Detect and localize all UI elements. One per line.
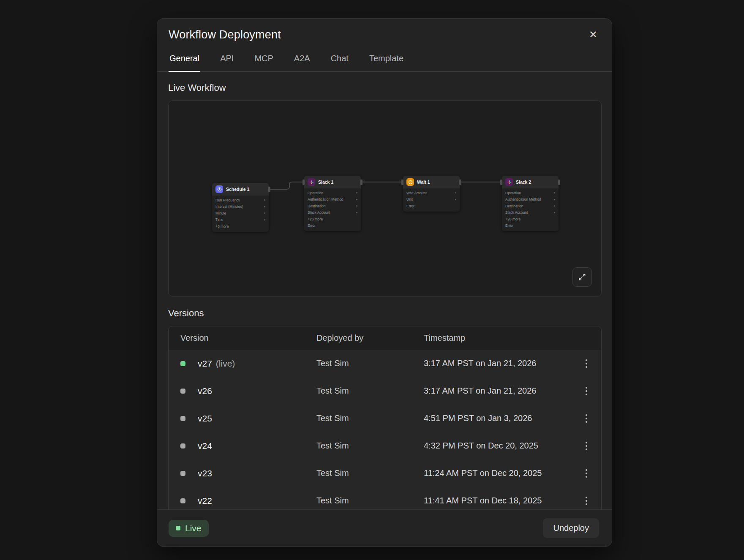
field-connector-dot bbox=[264, 212, 265, 214]
clock-icon bbox=[215, 185, 223, 193]
version-row-v22: v22 Test Sim 11:41 AM PST on Dec 18, 202… bbox=[169, 487, 601, 509]
version-label: v22 bbox=[198, 496, 212, 506]
workflow-node-slack-1[interactable]: Slack 1 Operation Authentication Method … bbox=[304, 176, 361, 231]
field-connector-dot bbox=[264, 206, 265, 207]
field-connector-dot bbox=[356, 192, 357, 193]
connector-handle bbox=[500, 179, 502, 185]
workflow-node-wait-1[interactable]: Wait 1 Wait Amount Unit Error bbox=[403, 176, 460, 212]
node-field: Interval (Minutes) bbox=[212, 204, 269, 210]
workflow-canvas[interactable]: Schedule 1 Run Frequency Interval (Minut… bbox=[168, 101, 602, 296]
workflow-node-slack-2[interactable]: Slack 2 Operation Authentication Method … bbox=[502, 176, 559, 231]
deployed-by-cell: Test Sim bbox=[316, 359, 424, 368]
node-field: Operation bbox=[502, 190, 559, 196]
node-fields: Wait Amount Unit Error bbox=[403, 188, 460, 212]
version-cell: v24 bbox=[180, 441, 316, 451]
slack-icon bbox=[308, 178, 315, 186]
kebab-menu-icon[interactable] bbox=[582, 493, 591, 508]
undeploy-button[interactable]: Undeploy bbox=[543, 518, 599, 538]
node-field: Destination bbox=[502, 203, 559, 209]
versions-table-header: Version Deployed by Timestamp bbox=[169, 326, 601, 350]
kebab-menu-icon[interactable] bbox=[582, 356, 591, 371]
status-dot-inactive bbox=[180, 471, 185, 476]
node-field-label: Operation bbox=[308, 191, 323, 195]
workflow-node-schedule-1[interactable]: Schedule 1 Run Frequency Interval (Minut… bbox=[212, 183, 269, 232]
node-title: Slack 1 bbox=[318, 179, 333, 185]
node-more-row: +26 more bbox=[304, 216, 361, 223]
version-row-v24: v24 Test Sim 4:32 PM PST on Dec 20, 2025 bbox=[169, 432, 601, 459]
node-field: Slack Account bbox=[304, 209, 361, 216]
field-connector-dot bbox=[455, 192, 456, 193]
node-field-label: Authentication Method bbox=[308, 197, 343, 201]
version-label: v25 bbox=[198, 413, 212, 424]
node-header: Slack 1 bbox=[304, 176, 361, 188]
node-more-row: +6 more bbox=[212, 223, 269, 230]
node-error-label: Error bbox=[505, 223, 513, 228]
node-header: Schedule 1 bbox=[212, 183, 269, 196]
node-field: Slack Account bbox=[502, 209, 559, 216]
expand-workflow-button[interactable] bbox=[572, 267, 592, 287]
node-field: Run Frequency bbox=[212, 197, 269, 204]
dialog-footer: Live Undeploy bbox=[157, 509, 612, 546]
version-cell: v26 bbox=[180, 386, 316, 396]
live-workflow-heading: Live Workflow bbox=[168, 83, 601, 93]
node-title: Slack 2 bbox=[516, 179, 531, 185]
node-field-label: Minute bbox=[215, 211, 226, 215]
timestamp-cell: 3:17 AM PST on Jan 21, 2026 bbox=[424, 359, 572, 368]
node-fields: Run Frequency Interval (Minutes) Minute … bbox=[212, 196, 269, 232]
node-field-label: Slack Account bbox=[308, 210, 330, 215]
timestamp-cell: 11:24 AM PST on Dec 20, 2025 bbox=[424, 468, 572, 478]
status-dot-inactive bbox=[180, 498, 185, 503]
field-connector-dot bbox=[455, 199, 456, 200]
deployed-by-cell: Test Sim bbox=[316, 496, 424, 506]
deployed-by-cell: Test Sim bbox=[316, 386, 424, 396]
tab-template[interactable]: Template bbox=[368, 53, 404, 71]
version-cell: v22 bbox=[180, 496, 316, 506]
field-connector-dot bbox=[554, 205, 555, 207]
kebab-menu-icon[interactable] bbox=[582, 438, 591, 454]
node-field: Destination bbox=[304, 203, 361, 209]
connector-handle bbox=[303, 179, 305, 185]
timestamp-cell: 3:17 AM PST on Jan 21, 2026 bbox=[424, 386, 572, 396]
node-more-row: +26 more bbox=[502, 216, 559, 223]
deployed-by-cell: Test Sim bbox=[316, 468, 424, 478]
field-connector-dot bbox=[554, 192, 555, 193]
version-cell: v23 bbox=[180, 468, 316, 478]
tab-general[interactable]: General bbox=[169, 53, 200, 72]
node-field: Time bbox=[212, 217, 269, 223]
tab-a2a[interactable]: A2A bbox=[293, 53, 311, 71]
tab-mcp[interactable]: MCP bbox=[253, 53, 274, 71]
node-field: Minute bbox=[212, 210, 269, 217]
node-error-row: Error bbox=[304, 223, 361, 229]
version-row-v26: v26 Test Sim 3:17 AM PST on Jan 21, 2026 bbox=[169, 377, 601, 405]
live-suffix: (live) bbox=[216, 359, 235, 369]
tab-api[interactable]: API bbox=[219, 53, 234, 71]
version-row-v27: v27 (live) Test Sim 3:17 AM PST on Jan 2… bbox=[169, 350, 601, 377]
tab-chat[interactable]: Chat bbox=[330, 53, 349, 71]
expand-icon bbox=[578, 272, 587, 282]
live-status-label: Live bbox=[185, 523, 202, 533]
field-connector-dot bbox=[554, 212, 555, 213]
node-field-label: Time bbox=[215, 217, 223, 222]
timestamp-cell: 4:51 PM PST on Jan 3, 2026 bbox=[424, 413, 572, 423]
connector-handle bbox=[401, 179, 403, 185]
node-field-label: Interval (Minutes) bbox=[215, 204, 243, 209]
column-header-timestamp: Timestamp bbox=[424, 333, 572, 343]
kebab-menu-icon[interactable] bbox=[582, 411, 591, 426]
wait-icon bbox=[406, 178, 414, 186]
kebab-menu-icon[interactable] bbox=[582, 466, 591, 481]
node-error-label: Error bbox=[308, 223, 316, 228]
close-icon[interactable]: ✕ bbox=[586, 27, 601, 42]
connector-handle bbox=[459, 179, 461, 185]
node-field: Wait Amount bbox=[403, 190, 460, 196]
version-label: v24 bbox=[198, 441, 212, 451]
field-connector-dot bbox=[356, 205, 357, 207]
kebab-menu-icon[interactable] bbox=[582, 383, 591, 399]
status-dot-inactive bbox=[180, 443, 185, 449]
node-more-label: +26 more bbox=[308, 217, 323, 221]
timestamp-cell: 4:32 PM PST on Dec 20, 2025 bbox=[424, 441, 572, 451]
connector-handle bbox=[360, 179, 362, 185]
deployed-by-cell: Test Sim bbox=[316, 441, 424, 451]
node-error-row: Error bbox=[502, 223, 559, 229]
node-title: Schedule 1 bbox=[226, 187, 249, 192]
node-field-label: Wait Amount bbox=[406, 191, 427, 195]
